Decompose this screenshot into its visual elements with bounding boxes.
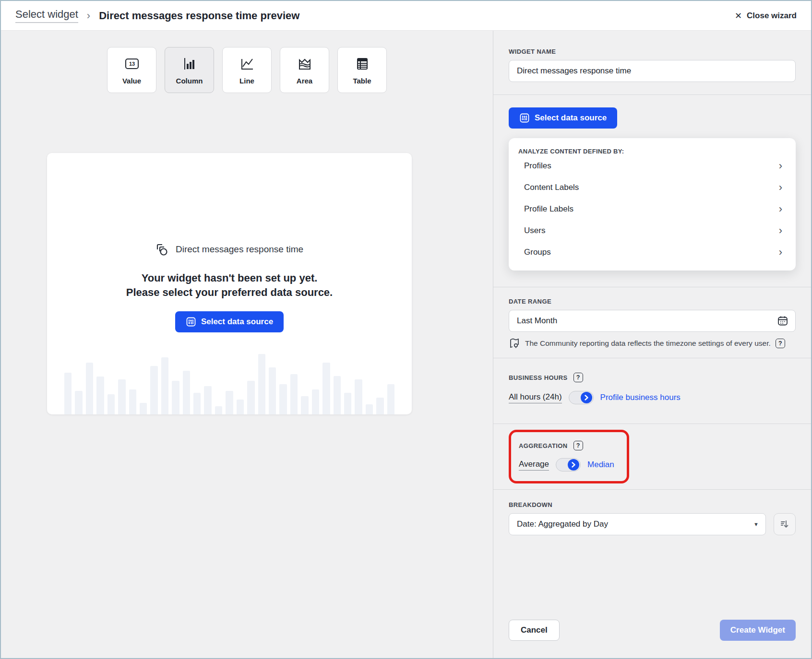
breakdown-label: BREAKDOWN	[509, 501, 796, 508]
svg-text:13: 13	[129, 61, 134, 67]
data-source-option-groups[interactable]: Groups ›	[518, 241, 786, 263]
data-source-dropdown: ANALYZE CONTENT DEFINED BY: Profiles › C…	[509, 138, 796, 271]
preview-pane: 13 Value Column	[1, 31, 493, 658]
breadcrumb-select-widget-link[interactable]: Select widget	[15, 8, 78, 23]
all-hours-option[interactable]: All hours (24h)	[509, 392, 562, 403]
date-range-value: Last Month	[517, 316, 557, 326]
calendar-icon	[777, 315, 788, 327]
chevron-right-icon: ›	[779, 182, 782, 193]
data-source-icon	[186, 317, 196, 327]
option-label: Groups	[524, 247, 551, 257]
close-wizard-label: Close wizard	[747, 11, 797, 21]
business-hours-toggle[interactable]	[569, 391, 594, 404]
option-label: Users	[524, 226, 545, 235]
close-wizard-button[interactable]: ✕ Close wizard	[735, 11, 797, 21]
cancel-button[interactable]: Cancel	[509, 620, 560, 641]
column-chart-icon	[183, 56, 196, 72]
caret-down-icon: ▼	[753, 521, 759, 527]
chevron-right-icon: ›	[779, 204, 782, 214]
date-range-select[interactable]: Last Month	[509, 310, 796, 332]
option-label: Profiles	[524, 161, 551, 171]
chevron-right-icon: ›	[779, 161, 782, 171]
date-range-label: DATE RANGE	[509, 298, 796, 305]
data-source-option-users[interactable]: Users ›	[518, 220, 786, 241]
area-chart-icon	[298, 56, 311, 72]
widget-type-area[interactable]: Area	[280, 47, 329, 93]
data-source-option-content-labels[interactable]: Content Labels ›	[518, 177, 786, 198]
aggregation-toggle[interactable]	[556, 458, 581, 471]
average-option[interactable]: Average	[519, 459, 549, 471]
timezone-note-text: The Community reporting data reflects th…	[525, 339, 771, 348]
widget-type-column[interactable]: Column	[165, 47, 214, 93]
line-chart-icon	[240, 56, 254, 72]
median-option[interactable]: Median	[587, 460, 614, 470]
breakdown-value: Date: Aggregated by Day	[517, 519, 608, 529]
widget-type-label: Value	[122, 77, 141, 85]
select-data-source-button[interactable]: Select data source	[509, 107, 617, 129]
breadcrumb-separator-icon: ›	[87, 10, 90, 22]
select-data-source-label: Select data source	[201, 317, 273, 327]
toggle-knob-chevron-icon	[568, 459, 579, 471]
widget-name-label: WIDGET NAME	[509, 48, 796, 55]
table-icon	[356, 56, 369, 72]
breakdown-select[interactable]: Date: Aggregated by Day ▼	[509, 513, 766, 535]
help-icon[interactable]: ?	[573, 373, 583, 382]
settings-panel: WIDGET NAME Select data sou	[493, 31, 811, 658]
widget-frames-icon	[155, 242, 170, 257]
widget-preview-card: Direct messages response time Your widge…	[47, 153, 412, 414]
chevron-right-icon: ›	[779, 225, 782, 236]
aggregation-highlight: AGGREGATION ? Average Median	[509, 430, 629, 483]
preview-empty-state: Direct messages response time Your widge…	[47, 153, 412, 414]
value-13-icon: 13	[125, 56, 139, 72]
chevron-right-icon: ›	[779, 247, 782, 258]
profile-business-hours-option[interactable]: Profile business hours	[600, 393, 681, 402]
widget-type-value[interactable]: 13 Value	[107, 47, 156, 93]
widget-type-selector: 13 Value Column	[1, 47, 493, 93]
help-icon[interactable]: ?	[573, 441, 583, 450]
sort-descending-icon	[779, 519, 790, 530]
widget-name-section: WIDGET NAME	[493, 31, 811, 94]
sort-order-button[interactable]	[774, 513, 796, 535]
data-source-section: Select data source ANALYZE CONTENT DEFIN…	[493, 95, 811, 287]
preview-empty-message: Your widget hasn't been set up yet. Plea…	[124, 271, 335, 300]
widget-type-line[interactable]: Line	[222, 47, 272, 93]
toggle-knob-chevron-icon	[581, 392, 592, 403]
select-data-source-button-preview[interactable]: Select data source	[175, 311, 284, 332]
create-widget-button[interactable]: Create Widget	[720, 620, 796, 641]
aggregation-label: AGGREGATION	[519, 442, 568, 449]
option-label: Profile Labels	[524, 204, 573, 214]
breadcrumb: Select widget › Direct messages response…	[15, 8, 299, 23]
widget-type-label: Area	[297, 77, 312, 85]
timezone-note: The Community reporting data reflects th…	[509, 338, 796, 349]
data-source-option-profiles[interactable]: Profiles ›	[518, 155, 786, 177]
widget-type-table[interactable]: Table	[337, 47, 387, 93]
widget-name-input[interactable]	[509, 60, 796, 82]
preview-widget-title: Direct messages response time	[176, 244, 303, 255]
aggregation-section: AGGREGATION ? Average Median	[493, 424, 811, 489]
wizard-header: Select widget › Direct messages response…	[1, 1, 811, 31]
date-range-section: DATE RANGE Last Month	[493, 287, 811, 358]
option-label: Content Labels	[524, 183, 579, 192]
page-title: Direct messages response time preview	[99, 10, 299, 22]
business-hours-section: BUSINESS HOURS ? All hours (24h) Profile…	[493, 358, 811, 424]
data-source-icon	[519, 113, 530, 123]
widget-type-label: Line	[239, 77, 254, 85]
widget-type-label: Column	[176, 77, 203, 85]
close-icon: ✕	[735, 11, 742, 21]
breakdown-section: BREAKDOWN Date: Aggregated by Day ▼	[493, 490, 811, 535]
wizard-actions: Cancel Create Widget	[493, 620, 811, 658]
timezone-map-icon	[509, 338, 520, 349]
wizard-body: 13 Value Column	[1, 31, 811, 658]
widget-wizard-window: Select widget › Direct messages response…	[0, 0, 812, 659]
widget-type-label: Table	[353, 77, 371, 85]
data-source-option-profile-labels[interactable]: Profile Labels ›	[518, 198, 786, 220]
dropdown-header: ANALYZE CONTENT DEFINED BY:	[518, 148, 786, 155]
select-data-source-label: Select data source	[535, 113, 607, 123]
help-icon[interactable]: ?	[776, 339, 785, 348]
business-hours-label: BUSINESS HOURS	[509, 374, 568, 381]
